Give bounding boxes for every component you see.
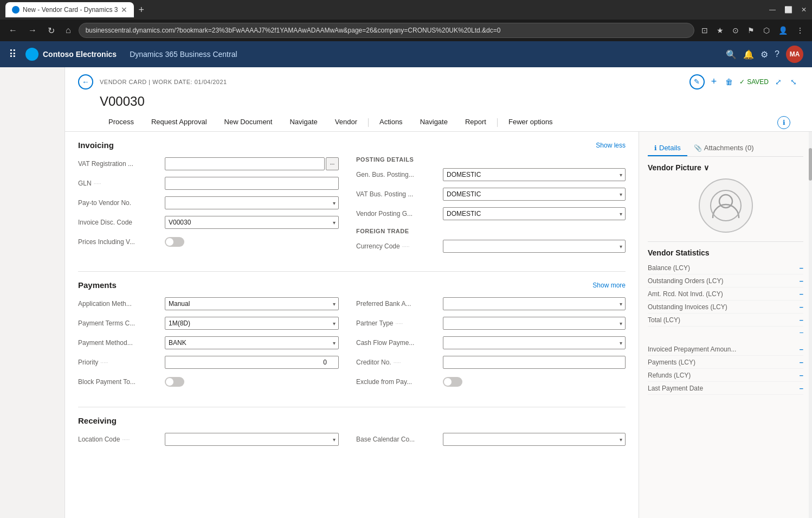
block-payment-toggle[interactable] (165, 377, 184, 387)
tab-request-approval[interactable]: Request Approval (143, 113, 216, 131)
currency-code-select[interactable] (443, 240, 626, 253)
info-button[interactable]: ℹ (777, 116, 790, 129)
back-nav-button[interactable]: ← (5, 24, 21, 36)
tab-close-button[interactable]: ✕ (121, 5, 127, 14)
add-button[interactable]: + (709, 74, 719, 89)
sidebar-scrollbar[interactable] (809, 132, 812, 518)
cash-flow-select[interactable] (443, 336, 626, 349)
gln-input[interactable] (165, 177, 339, 190)
stats-row-last-payment: Last Payment Date – (648, 382, 803, 395)
base-calendar-select[interactable] (443, 433, 626, 446)
section-divider-1 (78, 271, 626, 272)
bookmark-btn[interactable]: ★ (714, 25, 726, 36)
exclude-from-field: Exclude from Pay... (356, 374, 626, 389)
partner-type-field: Partner Type ····· ▾ (356, 316, 626, 331)
back-button[interactable]: ← (78, 74, 93, 89)
amt-rcd-value: – (800, 290, 803, 298)
attachments-tab-label: Attachments (0) (704, 144, 754, 152)
gen-bus-posting-label: Gen. Bus. Posting... (356, 171, 443, 178)
app-method-select[interactable]: Manual Apply to Oldest (165, 297, 339, 310)
receiving-title: Receiving (78, 416, 117, 425)
payment-method-select[interactable]: BANK CASH CHECK (165, 336, 339, 349)
tab-navigate-1[interactable]: Navigate (281, 113, 326, 131)
tab-new-document[interactable]: New Document (216, 113, 281, 131)
pay-to-vendor-select[interactable] (165, 196, 339, 209)
form-main: Invoicing Show less VAT Registration ... (65, 132, 639, 518)
base-calendar-field: Base Calendar Co... ▾ (356, 432, 626, 447)
priority-field: Priority ····· (78, 355, 339, 370)
prepayment-value: – (800, 345, 803, 353)
vat-reg-input[interactable] (165, 157, 325, 170)
browser-tab[interactable]: New - Vendor Card - Dynamics 3 ✕ (5, 2, 134, 17)
show-more-link[interactable]: Show more (592, 282, 626, 289)
vat-bus-posting-select[interactable]: DOMESTIC EU (443, 188, 626, 201)
gen-bus-posting-select[interactable]: DOMESTIC EU EXPORT (443, 168, 626, 181)
exclude-from-toggle[interactable] (443, 377, 462, 387)
menu-btn[interactable]: ⋮ (794, 25, 807, 36)
profile-btn[interactable]: 👤 (776, 25, 790, 36)
invoice-disc-select[interactable]: V00030 (165, 216, 339, 229)
address-input[interactable] (79, 23, 694, 38)
receiving-left-col: Location Code ····· ▾ (78, 432, 352, 451)
form-content: Invoicing Show less VAT Registration ... (65, 132, 812, 518)
search-icon[interactable]: 🔍 (726, 49, 737, 60)
user-avatar[interactable]: MA (786, 46, 803, 63)
partner-type-select[interactable] (443, 317, 626, 330)
prices-including-toggle[interactable] (165, 237, 184, 247)
new-tab-button[interactable]: + (138, 4, 144, 16)
tab-actions[interactable]: Actions (371, 113, 411, 131)
priority-input[interactable] (165, 356, 339, 369)
outstanding-orders-label: Outstanding Orders (LCY) (648, 277, 723, 285)
tab-fewer-options[interactable]: Fewer options (500, 113, 562, 131)
flag-btn[interactable]: ⚑ (745, 25, 757, 36)
sidebar-divider-1 (648, 241, 803, 242)
open-in-new-button[interactable]: ⤢ (773, 75, 784, 88)
payments-title: Payments (78, 280, 117, 290)
location-code-select[interactable] (165, 433, 339, 446)
tab-details[interactable]: ℹ Details (648, 140, 687, 156)
notification-icon[interactable]: 🔔 (743, 49, 754, 60)
tab-process[interactable]: Process (100, 113, 143, 131)
preferred-bank-field: Preferred Bank A... ▾ (356, 296, 626, 311)
preferred-bank-select[interactable] (443, 297, 626, 310)
content-area: ← VENDOR CARD | WORK DATE: 01/04/2021 ✎ … (65, 67, 812, 518)
payments-section-header: Payments Show more (78, 280, 626, 290)
vendor-picture-chevron-icon: ∨ (704, 163, 709, 172)
help-icon[interactable]: ? (775, 49, 779, 59)
home-button[interactable]: ⌂ (62, 24, 74, 36)
app-method-select-wrapper: Manual Apply to Oldest ▾ (165, 297, 339, 310)
invoicing-title: Invoicing (78, 140, 114, 150)
prices-including-label: Prices Including V... (78, 238, 165, 246)
stats-details-link[interactable]: – (648, 329, 803, 336)
expand-button[interactable]: ⤡ (788, 75, 799, 88)
payment-terms-select[interactable]: 1M(8D) 10 DAYS 14 DAYS 30 DAYS (165, 317, 339, 330)
tab-vendor[interactable]: Vendor (326, 113, 366, 131)
creditor-no-input[interactable] (443, 356, 626, 369)
forward-nav-button[interactable]: → (25, 24, 40, 36)
partner-type-label: Partner Type ····· (356, 319, 443, 327)
extension-btn-2[interactable]: ⬡ (761, 25, 772, 36)
show-less-link[interactable]: Show less (596, 142, 626, 149)
app-method-label: Application Meth... (78, 300, 165, 308)
cash-flow-select-wrapper: ▾ (443, 336, 626, 349)
reload-button[interactable]: ↻ (44, 24, 58, 37)
vendor-posting-select[interactable]: DOMESTIC EU (443, 207, 626, 220)
prepayment-label: Invoiced Prepayment Amoun... (648, 346, 736, 353)
vat-reg-menu-button[interactable]: ··· (326, 157, 339, 170)
tab-report[interactable]: Report (456, 113, 495, 131)
extension-btn-1[interactable]: ⊡ (699, 25, 711, 36)
app-method-field: Application Meth... Manual Apply to Olde… (78, 296, 339, 311)
details-tab-label: Details (659, 144, 681, 152)
reader-btn[interactable]: ⊙ (730, 25, 742, 36)
delete-button[interactable]: 🗑 (723, 75, 735, 88)
vendor-picture-header[interactable]: Vendor Picture ∨ (648, 163, 803, 172)
edit-button[interactable]: ✎ (689, 74, 705, 89)
stats-row-payments: Payments (LCY) – (648, 356, 803, 369)
vendor-posting-field: Vendor Posting G... DOMESTIC EU ▾ (356, 206, 626, 221)
section-divider-2 (78, 407, 626, 407)
browser-chrome: New - Vendor Card - Dynamics 3 ✕ + — ⬜ ✕ (0, 0, 812, 20)
tab-attachments[interactable]: 📎 Attachments (0) (687, 140, 761, 156)
settings-icon[interactable]: ⚙ (761, 49, 768, 60)
waffle-menu-icon[interactable]: ⠿ (9, 48, 17, 61)
tab-navigate-2[interactable]: Navigate (411, 113, 456, 131)
